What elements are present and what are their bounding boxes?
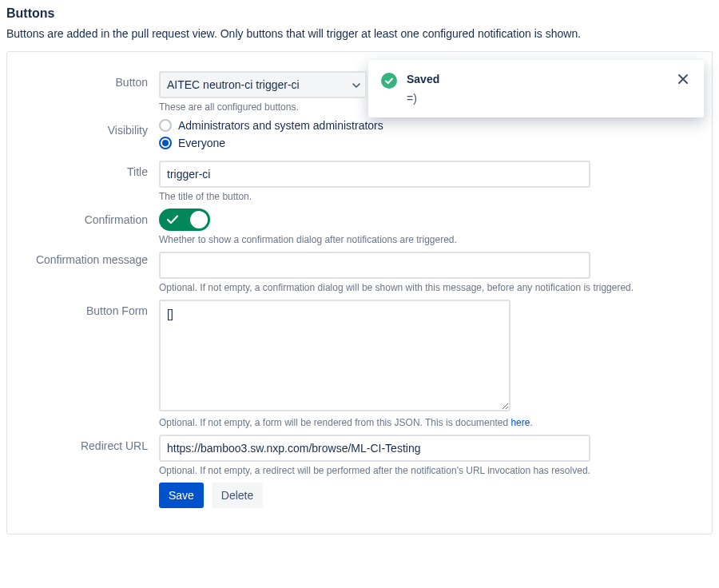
button-form-textarea[interactable] <box>159 300 510 411</box>
toast-message: =) <box>407 92 667 105</box>
button-label: Button <box>23 71 159 89</box>
visibility-admins-radio[interactable] <box>159 119 172 132</box>
title-help: The title of the button. <box>159 191 696 202</box>
close-icon[interactable] <box>677 73 691 87</box>
confirmation-label: Confirmation <box>23 209 159 226</box>
button-form-help: Optional. If not empty, a form will be r… <box>159 417 696 428</box>
toast-title: Saved <box>407 73 667 85</box>
section-description: Buttons are added in the pull request vi… <box>6 27 713 40</box>
delete-button[interactable]: Delete <box>212 483 263 508</box>
title-label: Title <box>23 161 159 178</box>
title-input[interactable] <box>159 161 590 188</box>
button-form-docs-link[interactable]: here <box>510 417 530 428</box>
visibility-admins-label: Administrators and system administrators <box>178 119 383 132</box>
visibility-everyone-label: Everyone <box>178 137 225 149</box>
button-form-label: Button Form <box>23 300 159 317</box>
confirmation-message-label: Confirmation message <box>23 252 159 266</box>
redirect-url-label: Redirect URL <box>23 435 159 452</box>
visibility-label: Visibility <box>23 119 159 137</box>
confirmation-help: Whether to show a confirmation dialog af… <box>159 234 696 245</box>
svg-point-0 <box>381 73 397 89</box>
success-icon <box>381 73 397 89</box>
confirmation-message-help: Optional. If not empty, a confirmation d… <box>159 282 696 293</box>
visibility-everyone-radio[interactable] <box>159 137 172 149</box>
confirmation-message-input[interactable] <box>159 252 590 279</box>
save-button[interactable]: Save <box>159 483 204 508</box>
confirmation-toggle[interactable] <box>159 209 210 231</box>
redirect-url-help: Optional. If not empty, a redirect will … <box>159 465 696 476</box>
saved-toast: Saved =) <box>368 60 704 117</box>
section-title: Buttons <box>6 6 713 21</box>
button-config-panel: Saved =) Button AITEC neutron-ci trigger… <box>6 51 713 534</box>
button-select[interactable]: AITEC neutron-ci trigger-ci <box>159 71 367 98</box>
redirect-url-input[interactable] <box>159 435 590 462</box>
